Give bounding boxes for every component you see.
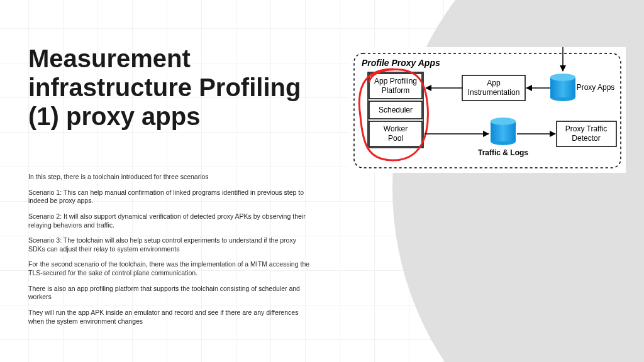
detector-box: Proxy Traffic Detector — [557, 121, 616, 146]
paragraph: There is also an app profiling platform … — [28, 285, 311, 302]
paragraph: Scenario 3: The toolchain will also help… — [28, 236, 311, 253]
paragraph: For the second scenario of the toolchain… — [28, 260, 311, 277]
svg-text:Detector: Detector — [572, 134, 600, 143]
svg-text:Proxy Apps: Proxy Apps — [577, 83, 615, 92]
instrumentation-box: App Instrumentation — [462, 75, 525, 101]
paragraph: They will run the app APK inside an emul… — [28, 309, 311, 326]
svg-text:App: App — [487, 79, 501, 87]
paragraph: Scenario 1: This can help manual confirm… — [28, 189, 311, 206]
traffic-logs-cylinder: Traffic & Logs — [478, 118, 528, 157]
svg-text:Worker: Worker — [384, 124, 408, 133]
architecture-diagram: Profile Proxy Apps App Profiling Platfor… — [349, 47, 626, 173]
svg-text:Traffic & Logs: Traffic & Logs — [478, 148, 528, 157]
svg-text:Scheduler: Scheduler — [379, 106, 413, 114]
svg-text:Instrumentation: Instrumentation — [468, 88, 520, 97]
svg-text:Platform: Platform — [382, 86, 410, 95]
page-title: Measurement infrastructure Profiling (1)… — [28, 44, 330, 131]
paragraph: Scenario 2: It will also support dynamic… — [28, 212, 311, 229]
svg-text:Proxy Traffic: Proxy Traffic — [565, 124, 607, 133]
svg-text:App Profiling: App Profiling — [374, 77, 417, 85]
body-text: In this step, there is a toolchain intro… — [28, 173, 311, 332]
svg-point-14 — [550, 74, 575, 81]
proxy-apps-cylinder: Proxy Apps — [550, 74, 614, 101]
svg-text:Pool: Pool — [388, 134, 403, 143]
profiling-column: App Profiling Platform Scheduler Worker … — [368, 72, 423, 148]
diagram-caption: Profile Proxy Apps — [362, 58, 440, 68]
paragraph: In this step, there is a toolchain intro… — [28, 173, 311, 182]
svg-point-18 — [491, 118, 516, 125]
